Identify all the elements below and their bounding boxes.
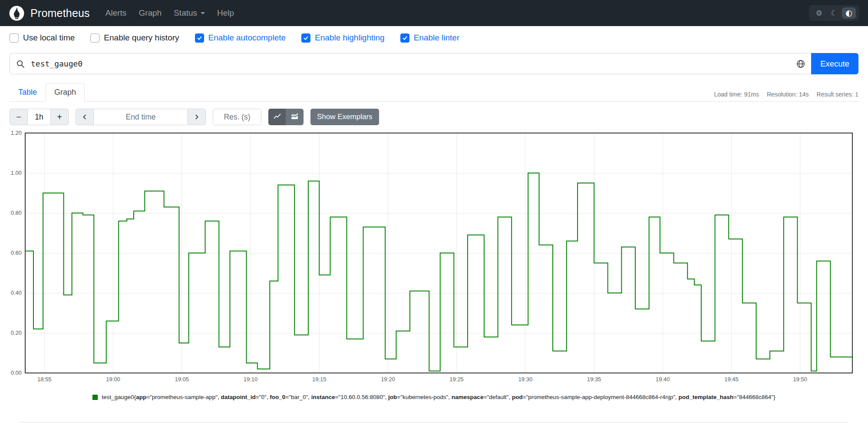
svg-text:19:10: 19:10 xyxy=(244,376,258,383)
moon-icon[interactable]: ☾ xyxy=(827,8,841,18)
svg-text:0.80: 0.80 xyxy=(11,210,22,216)
range-input[interactable] xyxy=(27,109,51,125)
svg-text:19:35: 19:35 xyxy=(587,376,601,383)
svg-text:18:55: 18:55 xyxy=(37,376,52,383)
query-stats: Load time: 91ms Resolution: 14s Result s… xyxy=(714,91,859,101)
nav-item-status-label: Status xyxy=(174,8,197,18)
checkbox-label: Enable linter xyxy=(414,33,460,43)
execute-button[interactable]: Execute xyxy=(811,53,858,74)
nav-item-status[interactable]: Status xyxy=(174,8,205,18)
checkbox-label: Enable autocomplete xyxy=(208,33,286,43)
result-series-stat: Result series: 1 xyxy=(817,91,858,98)
checkbox-label: Enable highlighting xyxy=(315,33,385,43)
checkbox-enable-linter[interactable]: Enable linter xyxy=(400,33,460,43)
options-row: Use local time Enable query history Enab… xyxy=(0,26,868,47)
checkbox-enable-highlighting[interactable]: Enable highlighting xyxy=(301,33,385,43)
load-time-stat: Load time: 91ms xyxy=(714,91,759,98)
checkbox-label: Enable query history xyxy=(104,33,179,43)
checkbox-box xyxy=(400,33,409,43)
svg-text:19:20: 19:20 xyxy=(381,376,395,383)
svg-text:19:00: 19:00 xyxy=(106,376,120,383)
svg-text:19:25: 19:25 xyxy=(449,376,464,383)
svg-text:1.00: 1.00 xyxy=(11,170,22,176)
legend-series-label: test_gauge0{app="prometheus-sample-app",… xyxy=(102,394,775,400)
metrics-explorer-icon[interactable] xyxy=(790,53,811,74)
nav-item-help[interactable]: Help xyxy=(217,8,234,18)
svg-text:19:15: 19:15 xyxy=(312,376,327,383)
checkbox-box xyxy=(195,33,204,43)
line-chart-toggle-button[interactable] xyxy=(268,109,286,125)
tab-graph[interactable]: Graph xyxy=(46,83,85,102)
svg-text:19:40: 19:40 xyxy=(656,376,670,383)
checkbox-label: Use local time xyxy=(23,33,75,43)
chevron-down-icon xyxy=(201,12,205,14)
line-chart-icon xyxy=(274,113,281,122)
settings-icon[interactable]: ⚙ xyxy=(812,8,826,18)
panel-bottom-divider xyxy=(19,422,849,423)
checkbox-box xyxy=(10,33,19,43)
time-forward-button[interactable] xyxy=(188,109,206,125)
svg-text:19:50: 19:50 xyxy=(793,376,808,383)
legend-swatch xyxy=(92,395,98,400)
svg-text:0.20: 0.20 xyxy=(11,329,22,336)
svg-text:1.20: 1.20 xyxy=(11,130,22,136)
result-tabs: Table Graph Load time: 91ms Resolution: … xyxy=(10,83,858,102)
checkbox-box xyxy=(90,33,99,43)
page-title: Prometheus xyxy=(30,7,90,20)
svg-text:0.60: 0.60 xyxy=(11,250,22,256)
range-decrease-button[interactable]: − xyxy=(10,109,28,125)
chart-type-toggle-group xyxy=(268,109,304,125)
navbar: Prometheus Alerts Graph Status Help ⚙ ☾ … xyxy=(0,0,868,26)
svg-text:19:05: 19:05 xyxy=(175,376,189,383)
graph-controls: − + Show Exemplars xyxy=(10,109,858,125)
series-legend[interactable]: test_gauge0{app="prometheus-sample-app",… xyxy=(10,394,858,400)
nav-item-alerts[interactable]: Alerts xyxy=(106,8,127,18)
svg-text:19:30: 19:30 xyxy=(518,376,533,383)
checkbox-use-local-time[interactable]: Use local time xyxy=(10,33,75,43)
checkbox-box xyxy=(301,33,310,43)
range-increase-button[interactable]: + xyxy=(50,109,69,125)
tab-table[interactable]: Table xyxy=(10,83,46,102)
checkbox-enable-query-history[interactable]: Enable query history xyxy=(90,33,179,43)
time-back-button[interactable] xyxy=(76,109,94,125)
show-exemplars-button[interactable]: Show Exemplars xyxy=(310,109,379,125)
theme-toggle-group: ⚙ ☾ ◐ xyxy=(809,5,859,21)
resolution-stat: Resolution: 14s xyxy=(767,91,809,98)
query-input[interactable] xyxy=(31,53,790,74)
range-group: − + xyxy=(10,109,69,125)
search-icon xyxy=(10,53,31,74)
graph-svg[interactable]: 0.000.200.400.600.801.001.2018:5519:0019… xyxy=(10,130,858,384)
svg-text:0.40: 0.40 xyxy=(11,290,22,296)
chevron-right-icon xyxy=(194,112,200,122)
query-input-group: Execute xyxy=(10,53,858,74)
end-time-input[interactable] xyxy=(93,109,188,125)
checkbox-enable-autocomplete[interactable]: Enable autocomplete xyxy=(195,33,286,43)
time-group xyxy=(76,109,206,125)
stacked-chart-toggle-button[interactable] xyxy=(286,109,304,125)
query-bar: Execute xyxy=(10,53,858,74)
chevron-left-icon xyxy=(82,112,88,122)
svg-text:0.00: 0.00 xyxy=(11,369,22,376)
prometheus-logo-icon xyxy=(9,5,25,21)
nav-item-graph[interactable]: Graph xyxy=(139,8,162,18)
graph-panel: 0.000.200.400.600.801.001.2018:5519:0019… xyxy=(10,130,858,423)
stacked-chart-icon xyxy=(291,113,298,122)
brand-link[interactable]: Prometheus xyxy=(9,5,90,21)
resolution-input[interactable] xyxy=(213,109,261,125)
contrast-icon[interactable]: ◐ xyxy=(842,7,856,19)
svg-text:19:45: 19:45 xyxy=(724,376,739,383)
